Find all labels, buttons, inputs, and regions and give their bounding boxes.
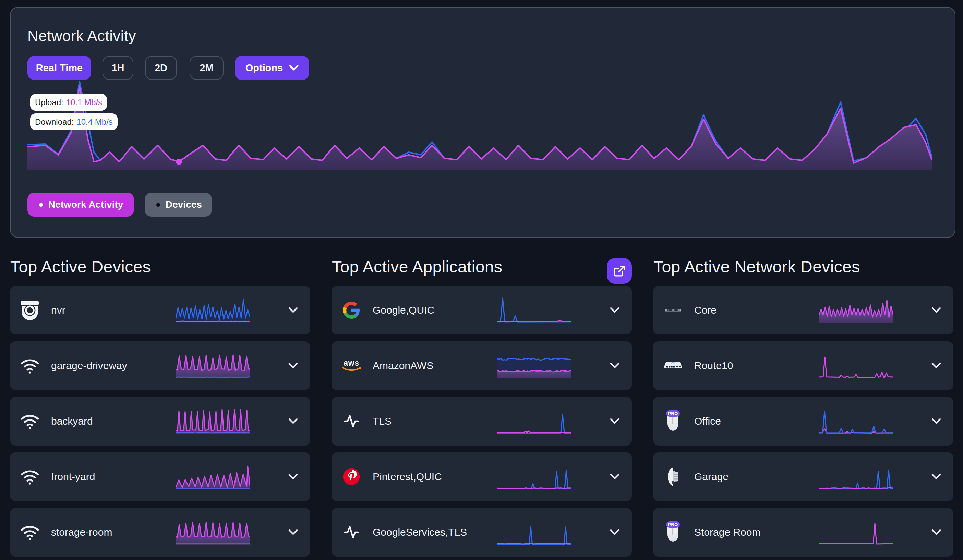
svg-text:aws: aws (344, 358, 359, 367)
